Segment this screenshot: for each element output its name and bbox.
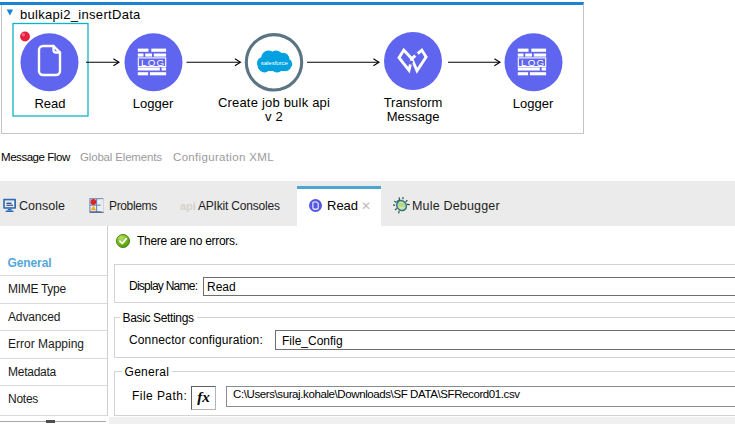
svg-text:salesforce: salesforce: [261, 59, 289, 66]
svg-text:LOG: LOG: [141, 57, 166, 68]
svg-text:LOG: LOG: [521, 57, 546, 68]
